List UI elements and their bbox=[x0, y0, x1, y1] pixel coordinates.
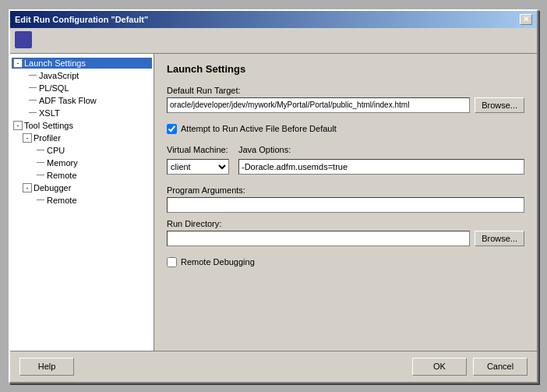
expand-icon-profiler[interactable]: - bbox=[23, 133, 32, 143]
sidebar-item-label: Memory bbox=[47, 158, 78, 168]
sidebar-item-memory[interactable]: Memory bbox=[12, 157, 152, 169]
settings-panel: Launch Settings Default Run Target: Brow… bbox=[154, 54, 537, 351]
section-title: Launch Settings bbox=[167, 63, 524, 75]
browse-button-1[interactable]: Browse... bbox=[475, 97, 524, 113]
sidebar-item-debugger[interactable]: - Debugger bbox=[12, 182, 152, 194]
sidebar-item-javascript[interactable]: JavaScript bbox=[12, 69, 152, 82]
java-options-group: Java Options: bbox=[238, 145, 524, 175]
default-run-target-input[interactable] bbox=[167, 97, 470, 113]
sidebar-item-label: Remote bbox=[47, 171, 77, 180]
dialog-title: Edit Run Configuration "Default" bbox=[15, 15, 148, 24]
sidebar-item-profiler[interactable]: - Profiler bbox=[12, 132, 152, 144]
run-directory-row: Browse... bbox=[167, 231, 524, 246]
remote-debugging-checkbox[interactable] bbox=[167, 257, 177, 267]
sidebar-item-plsql[interactable]: PL/SQL bbox=[12, 82, 152, 94]
tree-panel: - Launch Settings JavaScript PL/SQL bbox=[10, 54, 154, 351]
expand-icon-debugger[interactable]: - bbox=[23, 183, 32, 192]
cancel-button[interactable]: Cancel bbox=[473, 358, 528, 376]
config-icon bbox=[15, 31, 32, 48]
sidebar-item-remote-profiler[interactable]: Remote bbox=[12, 169, 152, 182]
program-arguments-label: Program Arguments: bbox=[167, 185, 524, 195]
sidebar-item-label: Tool Settings bbox=[24, 121, 73, 130]
toolbar-row bbox=[10, 28, 537, 54]
dialog-window: Edit Run Configuration "Default" ✕ - Lau… bbox=[9, 9, 538, 383]
sidebar-item-cpu[interactable]: CPU bbox=[12, 144, 152, 157]
close-button[interactable]: ✕ bbox=[520, 14, 532, 25]
help-button[interactable]: Help bbox=[19, 358, 74, 376]
default-run-target-group: Default Run Target: Browse... bbox=[167, 86, 524, 118]
sidebar-item-xslt[interactable]: XSLT bbox=[12, 107, 152, 119]
attempt-checkbox-row: Attempt to Run Active File Before Defaul… bbox=[167, 124, 524, 134]
sidebar-item-label: XSLT bbox=[39, 108, 60, 118]
sidebar-item-label: Remote bbox=[47, 196, 77, 205]
java-options-input[interactable] bbox=[238, 159, 524, 175]
sidebar-item-label: CPU bbox=[47, 146, 65, 155]
sidebar-item-tool-settings[interactable]: - Tool Settings bbox=[12, 119, 152, 132]
browse-button-2[interactable]: Browse... bbox=[475, 231, 524, 246]
vm-java-row: Virtual Machine: client server Java Opti… bbox=[167, 145, 524, 175]
vm-label: Virtual Machine: bbox=[167, 145, 229, 154]
run-directory-label: Run Directory: bbox=[167, 219, 524, 228]
sidebar-item-label: Profiler bbox=[34, 133, 61, 143]
sidebar-item-label: PL/SQL bbox=[39, 83, 69, 93]
sidebar-item-remote-debugger[interactable]: Remote bbox=[12, 194, 152, 207]
program-arguments-input[interactable] bbox=[167, 197, 524, 213]
default-run-target-row: Browse... bbox=[167, 97, 524, 113]
run-directory-group: Run Directory: Browse... bbox=[167, 219, 524, 251]
sidebar-item-label: Launch Settings bbox=[24, 58, 86, 68]
expand-icon-tool-settings[interactable]: - bbox=[13, 121, 23, 130]
program-arguments-group: Program Arguments: bbox=[167, 185, 524, 213]
sidebar-item-label: ADF Task Flow bbox=[39, 96, 97, 105]
attempt-checkbox-label: Attempt to Run Active File Before Defaul… bbox=[181, 124, 337, 133]
vm-group: Virtual Machine: client server bbox=[167, 145, 229, 175]
attempt-checkbox[interactable] bbox=[167, 124, 177, 134]
vm-select[interactable]: client server bbox=[167, 159, 229, 175]
java-options-label: Java Options: bbox=[238, 145, 524, 154]
expand-icon-launch-settings[interactable]: - bbox=[13, 58, 23, 68]
title-bar: Edit Run Configuration "Default" ✕ bbox=[10, 11, 537, 28]
run-directory-input[interactable] bbox=[167, 231, 470, 246]
sidebar-item-launch-settings[interactable]: - Launch Settings bbox=[12, 57, 152, 69]
sidebar-item-label: Debugger bbox=[34, 183, 71, 192]
remote-debugging-row: Remote Debugging bbox=[167, 257, 524, 267]
sidebar-item-label: JavaScript bbox=[39, 71, 79, 80]
ok-button[interactable]: OK bbox=[412, 358, 467, 376]
bottom-right-buttons: OK Cancel bbox=[412, 358, 528, 376]
dialog-body: - Launch Settings JavaScript PL/SQL bbox=[10, 54, 537, 351]
default-run-target-label: Default Run Target: bbox=[167, 86, 524, 95]
remote-debugging-label: Remote Debugging bbox=[181, 257, 255, 267]
bottom-bar: Help OK Cancel bbox=[10, 351, 537, 382]
sidebar-item-adf-task-flow[interactable]: ADF Task Flow bbox=[12, 94, 152, 107]
